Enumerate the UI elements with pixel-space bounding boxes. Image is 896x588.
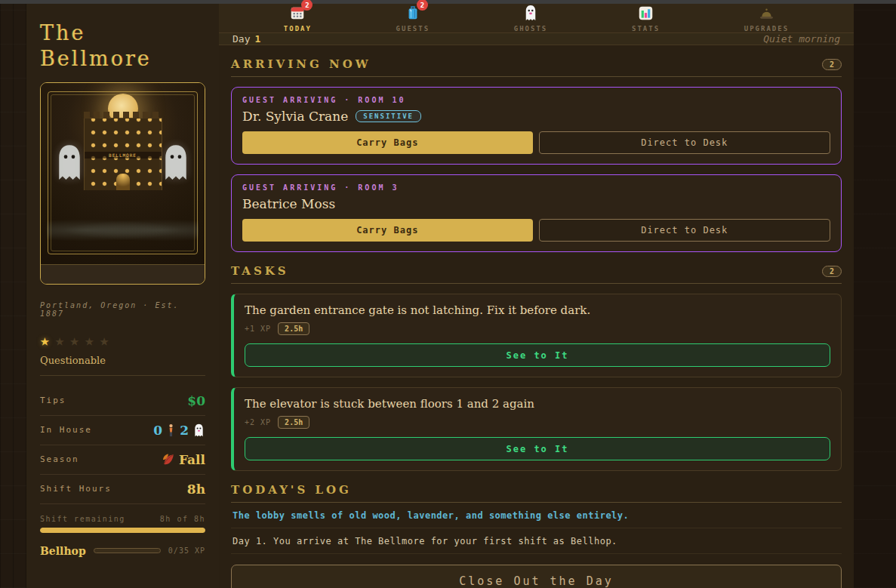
shift-remaining-bar	[40, 528, 205, 533]
divider	[40, 375, 205, 376]
task-duration-badge: 2.5h	[278, 322, 309, 335]
nav-label-guests: GUESTS	[396, 25, 430, 32]
shift-hours-value: 8h	[187, 482, 205, 497]
todays-log-title: TODAY'S LOG	[231, 483, 352, 497]
close-out-day-button[interactable]: Close Out the Day	[231, 565, 842, 588]
guest-count: 0	[153, 423, 162, 438]
stat-row-tips: Tips $0	[40, 386, 205, 416]
see-to-it-button[interactable]: See to It	[245, 437, 830, 460]
shift-remaining-value: 8h of 8h	[160, 515, 205, 523]
day-bar: Day1 Quiet morning	[219, 33, 854, 45]
task-xp: +1 XP	[245, 325, 271, 333]
hotel-title: The Bellmore	[40, 20, 168, 72]
nav-tab-upgrades[interactable]: UPGRADES	[744, 4, 789, 32]
tips-value: $0	[187, 393, 205, 408]
carry-bags-button[interactable]: Carry Bags	[242, 131, 533, 154]
carry-bags-button[interactable]: Carry Bags	[242, 219, 533, 242]
nav-tab-today[interactable]: 2 TODAY	[284, 4, 312, 32]
shift-remaining-bar-fill	[40, 528, 205, 533]
tasks-header: TASKS 2	[231, 264, 842, 284]
nav-label-today: TODAY	[284, 25, 312, 32]
right-background	[854, 4, 896, 588]
ghost-icon	[522, 4, 540, 22]
arriving-now-header: ARRIVING NOW 2	[231, 57, 842, 77]
nav-label-stats: STATS	[632, 25, 660, 32]
log-entry: The lobby smells of old wood, lavender, …	[231, 503, 842, 528]
direct-to-desk-button[interactable]: Direct to Desk	[539, 131, 831, 154]
hotel-door-graphic	[116, 174, 130, 190]
season-text: Fall	[179, 452, 205, 467]
fallen-leaf-icon	[162, 453, 175, 466]
see-to-it-button[interactable]: See to It	[245, 343, 830, 367]
hotel-building-sign: BELLMORE	[85, 152, 162, 159]
guest-actions: Carry Bags Direct to Desk	[242, 131, 830, 154]
task-xp: +2 XP	[245, 418, 271, 426]
person-icon	[166, 423, 176, 437]
day-label: Day1	[232, 33, 260, 45]
left-rail-decoration	[0, 4, 26, 588]
task-meta: +1 XP 2.5h	[245, 322, 830, 335]
right-ghost-graphic	[159, 142, 192, 184]
guest-name-row: Dr. Sylvia Crane SENSITIVE	[242, 109, 830, 124]
in-house-value: 0 2	[153, 423, 205, 438]
guest-name-row: Beatrice Moss	[242, 196, 830, 211]
app-root: The Bellmore BELLMORE	[0, 4, 896, 588]
stat-row-season: Season Fall	[40, 445, 205, 475]
nav-tab-ghosts[interactable]: GHOSTS	[514, 4, 548, 32]
fog-graphic	[47, 217, 199, 243]
log-entry: Day 1. You arrive at The Bellmore for yo…	[231, 528, 842, 554]
task-title: The garden entrance gate is not latching…	[245, 303, 830, 317]
tasks-title: TASKS	[231, 264, 289, 278]
hotel-building-graphic: BELLMORE	[84, 118, 162, 190]
guests-badge: 2	[417, 0, 428, 11]
bell-icon	[757, 4, 775, 22]
shift-hours-label: Shift Hours	[40, 484, 112, 494]
top-navigation: 2 TODAY 2 GUESTS	[219, 4, 854, 33]
task-duration-badge: 2.5h	[278, 416, 309, 429]
tips-label: Tips	[40, 396, 66, 405]
day-number: 1	[254, 33, 260, 45]
xp-value: 0/35 XP	[168, 546, 205, 555]
main-panel: 2 TODAY 2 GUESTS	[219, 4, 854, 588]
star: ★	[100, 331, 115, 349]
ghost-icon	[192, 423, 205, 437]
star: ★	[69, 331, 85, 349]
level-row: Bellhop 0/35 XP	[40, 533, 205, 557]
hotel-location: Portland, Oregon · Est. 1887	[40, 301, 205, 318]
season-label: Season	[40, 454, 79, 464]
nav-tab-guests[interactable]: 2 GUESTS	[396, 4, 430, 32]
task-card: The elevator is stuck between floors 1 a…	[231, 387, 842, 471]
nav-tab-stats[interactable]: STATS	[632, 4, 660, 32]
guest-name: Dr. Sylvia Crane	[242, 109, 348, 124]
task-title: The elevator is stuck between floors 1 a…	[245, 397, 830, 411]
star: ★	[40, 331, 55, 349]
sidebar: The Bellmore BELLMORE	[26, 4, 219, 588]
arriving-now-title: ARRIVING NOW	[231, 57, 371, 71]
guest-name: Beatrice Moss	[242, 196, 335, 211]
left-ghost-graphic	[53, 142, 86, 184]
arriving-count-badge: 2	[822, 59, 842, 70]
star: ★	[85, 331, 100, 349]
today-badge: 2	[301, 0, 313, 11]
nav-label-upgrades: UPGRADES	[744, 25, 789, 32]
todays-log-header: TODAY'S LOG	[231, 483, 842, 503]
guest-eyebrow: GUEST ARRIVING · ROOM 3	[242, 183, 830, 192]
tasks-count-badge: 2	[822, 266, 842, 277]
stat-row-shift-hours: Shift Hours 8h	[40, 475, 205, 504]
level-name: Bellhop	[40, 545, 86, 557]
artwork-footer-strip	[41, 264, 205, 285]
sensitive-tag: SENSITIVE	[356, 110, 421, 122]
xp-bar	[94, 548, 161, 553]
guest-card: GUEST ARRIVING · ROOM 10 Dr. Sylvia Cran…	[231, 87, 842, 165]
guest-eyebrow: GUEST ARRIVING · ROOM 10	[242, 96, 830, 104]
hotel-illustration: BELLMORE	[41, 83, 205, 264]
main-content: ARRIVING NOW 2 GUEST ARRIVING · ROOM 10 …	[219, 45, 854, 588]
hotel-artwork: BELLMORE	[40, 82, 205, 285]
direct-to-desk-button[interactable]: Direct to Desk	[539, 219, 831, 242]
guest-card: GUEST ARRIVING · ROOM 3 Beatrice Moss Ca…	[231, 174, 842, 252]
shift-remaining-label: Shift remaining	[40, 515, 125, 523]
nav-label-ghosts: GHOSTS	[514, 25, 548, 32]
calendar-icon: 2	[288, 4, 306, 22]
luggage-icon: 2	[404, 4, 422, 22]
day-status: Quiet morning	[763, 33, 840, 45]
